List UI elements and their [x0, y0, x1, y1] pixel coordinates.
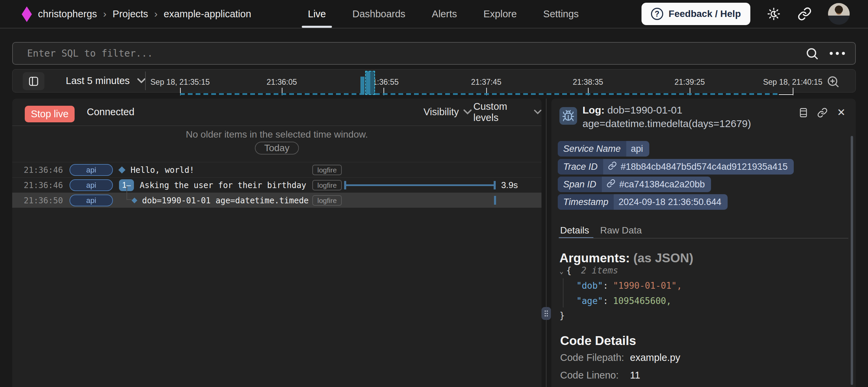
time-range-label: Last 5 minutes	[66, 75, 130, 86]
logfire-scope-tag[interactable]: logfire	[312, 165, 342, 175]
tab-alerts[interactable]: Alerts	[432, 0, 457, 28]
sql-filter-input[interactable]	[13, 43, 805, 64]
chevron-down-icon	[463, 109, 472, 115]
timeline-tick-label: 21:36:05	[267, 78, 297, 87]
breadcrumb-separator: ›	[154, 8, 158, 20]
more-options-button[interactable]	[830, 52, 845, 55]
help-question-icon: ?	[651, 8, 663, 20]
span-duration-bar	[344, 184, 496, 186]
service-pill[interactable]: api	[70, 179, 113, 191]
panel-rows-icon	[798, 107, 809, 118]
sidebar-toggle-button[interactable]	[23, 72, 44, 90]
log-diamond-icon	[132, 198, 137, 203]
timeline-tick-label: 21:38:35	[573, 78, 603, 87]
live-panel-header: Stop live Connected Visibility Custom le…	[12, 99, 541, 126]
span-id-chip[interactable]: Span ID #ca741384ca2a20bb	[558, 177, 711, 192]
logfire-scope-tag[interactable]: logfire	[312, 180, 342, 190]
no-older-items-message: No older items in the selected time wind…	[12, 129, 541, 140]
collapse-caret-icon[interactable]: ⌄	[559, 267, 564, 275]
top-actions: ? Feedback / Help	[642, 0, 850, 28]
log-message: Asking the user for their birthday	[140, 178, 306, 193]
timeline-end-mark	[779, 94, 793, 95]
log-timestamp: 21:36:46	[24, 178, 63, 193]
log-diamond-icon	[118, 166, 125, 174]
close-details-button[interactable]: ✕	[835, 107, 847, 118]
copy-link-button[interactable]	[816, 107, 828, 118]
user-avatar[interactable]	[828, 3, 850, 25]
timeline-tick-label: 21:39:25	[674, 78, 705, 87]
service-name-chip[interactable]: Service Name api	[558, 141, 649, 157]
custom-levels-dropdown[interactable]: Custom levels	[473, 101, 541, 123]
tree-connector-line	[126, 186, 127, 200]
breadcrumb-separator: ›	[103, 8, 106, 20]
feedback-help-button[interactable]: ? Feedback / Help	[642, 3, 750, 25]
breadcrumb-project-name[interactable]: example-application	[164, 8, 251, 20]
grip-dots-icon	[544, 309, 549, 318]
log-level-badge	[559, 107, 577, 125]
today-button[interactable]: Today	[255, 142, 299, 155]
timeline-divider	[145, 72, 146, 90]
panel-resize-handle[interactable]	[541, 307, 551, 320]
trace-link-icon[interactable]	[608, 161, 617, 172]
service-pill[interactable]: api	[70, 164, 113, 176]
log-row[interactable]: 21:36:46 api Hello, world! logfire	[12, 162, 541, 177]
json-entry: "age":1095465600,	[576, 293, 671, 309]
chevron-down-icon	[137, 78, 145, 84]
breadcrumb-account[interactable]: christophergs	[38, 8, 97, 20]
logfire-logo-icon[interactable]	[22, 6, 32, 22]
top-navigation-bar: christophergs › Projects › example-appli…	[0, 0, 868, 28]
link-icon	[797, 7, 812, 21]
span-link-icon[interactable]	[607, 179, 615, 190]
json-items-note: 2 items	[581, 265, 618, 276]
timeline-selection-brush[interactable]	[365, 71, 375, 95]
search-button[interactable]	[805, 46, 820, 61]
share-link-button[interactable]	[797, 6, 812, 21]
dock-panel-button[interactable]	[797, 107, 809, 118]
live-log-panel: Stop live Connected Visibility Custom le…	[12, 99, 541, 387]
connection-status: Connected	[87, 106, 134, 118]
timeline-histogram-bar	[360, 77, 364, 95]
timestamp-chip[interactable]: Timestamp 2024-09-18 21:36:50.644	[558, 194, 728, 210]
sql-filter-bar	[12, 42, 856, 65]
log-row[interactable]: 21:36:46 api 1– Asking the user for thei…	[12, 177, 541, 192]
visibility-dropdown[interactable]: Visibility	[423, 106, 472, 118]
details-tabs: Details Raw Data	[559, 224, 848, 238]
tab-explore[interactable]: Explore	[484, 0, 517, 28]
service-pill[interactable]: api	[70, 195, 113, 206]
stop-live-button[interactable]: Stop live	[25, 106, 75, 122]
tab-raw-data[interactable]: Raw Data	[600, 224, 642, 237]
tab-details[interactable]: Details	[560, 224, 589, 237]
timeline-zoom-in-button[interactable]	[826, 74, 841, 89]
span-time-tick	[494, 196, 496, 205]
json-close-line: }	[559, 308, 565, 323]
breadcrumb-projects[interactable]: Projects	[113, 8, 148, 20]
json-entry: "dob":"1990-01-01",	[576, 278, 682, 293]
panel-left-icon	[28, 76, 39, 87]
log-message: dob=1990-01-01 age=datetime.timede	[142, 193, 309, 208]
sun-moon-icon	[767, 7, 781, 21]
json-indent-guide	[563, 278, 564, 307]
log-timestamp: 21:36:50	[24, 193, 63, 208]
tabs-divider	[559, 238, 848, 239]
json-open-line: ⌄{2 items	[559, 263, 618, 279]
feedback-help-label: Feedback / Help	[669, 8, 741, 19]
timeline-bar: Last 5 minutes Sep 18, 21:35:15 21:36:05…	[12, 69, 856, 93]
trace-id-chip[interactable]: Trace ID #18b84cb4847b5d574c4ad9121935a4…	[558, 159, 794, 175]
link-icon	[817, 107, 828, 118]
timeline-tick-label: Sep 18, 21:40:15	[763, 78, 822, 87]
timeline-activity-baseline	[180, 93, 779, 95]
log-row-selected[interactable]: 21:36:50 api dob=1990-01-01 age=datetime…	[12, 192, 541, 208]
tab-settings[interactable]: Settings	[543, 0, 579, 28]
logfire-scope-tag[interactable]: logfire	[312, 195, 342, 206]
log-details-panel: Log: dob=1990-01-01 age=datetime.timedel…	[551, 99, 856, 387]
panel-resize-divider[interactable]	[546, 99, 547, 387]
tab-dashboards[interactable]: Dashboards	[352, 0, 405, 28]
code-lineno-row: Code Lineno: 11	[560, 370, 640, 381]
tree-connector-line	[126, 199, 132, 200]
timeline-tick-label: Sep 18, 21:35:15	[150, 78, 210, 87]
details-scrollbar-thumb[interactable]	[851, 136, 853, 385]
zoom-in-icon	[826, 75, 840, 88]
theme-toggle-button[interactable]	[766, 6, 781, 21]
tab-live[interactable]: Live	[308, 0, 326, 28]
time-range-selector[interactable]: Last 5 minutes	[66, 69, 145, 92]
